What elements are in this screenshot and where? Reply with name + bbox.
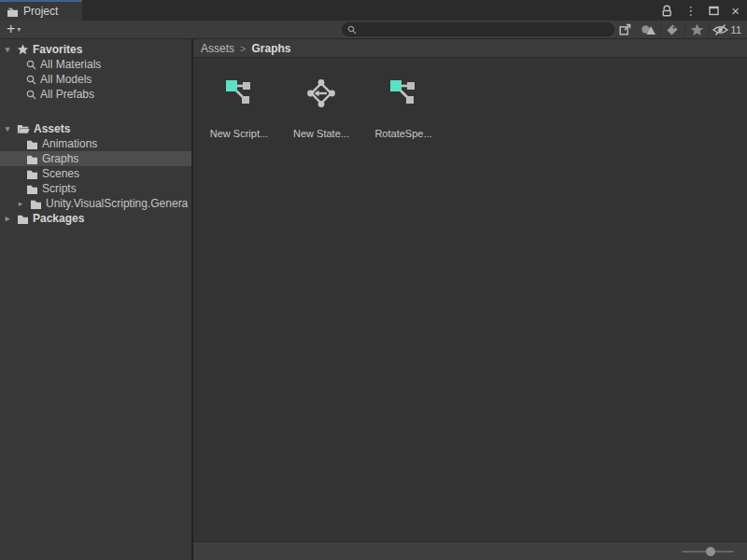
sidebar-section-packages[interactable]: ▸ Packages bbox=[0, 211, 191, 226]
expander-icon[interactable]: ▸ bbox=[15, 199, 26, 208]
expander-icon[interactable]: ▸ bbox=[2, 214, 13, 223]
folder-icon bbox=[26, 169, 38, 179]
asset-label: RotateSpe... bbox=[374, 128, 431, 139]
tab-project[interactable]: Project bbox=[0, 0, 82, 21]
sidebar-section-assets[interactable]: ▾ Assets bbox=[0, 121, 191, 136]
breadcrumb-root[interactable]: Assets bbox=[201, 42, 234, 55]
zoom-slider-knob[interactable] bbox=[706, 547, 715, 556]
footer-bar bbox=[193, 541, 747, 560]
search-icon bbox=[26, 75, 36, 85]
asset-item-new-script[interactable]: New Script... bbox=[203, 77, 275, 139]
maximize-icon[interactable] bbox=[709, 6, 719, 16]
search-icon bbox=[347, 25, 357, 35]
folder-icon bbox=[7, 7, 19, 17]
close-icon[interactable]: × bbox=[731, 4, 740, 18]
hidden-count-toggle[interactable]: 11 bbox=[710, 23, 747, 36]
search-icon bbox=[26, 90, 36, 100]
sidebar-item-unity-visualscripting[interactable]: ▸ Unity.VisualScripting.Genera bbox=[0, 196, 191, 211]
sidebar-item-label: Unity.VisualScripting.Genera bbox=[46, 197, 188, 210]
asset-browser-content: Assets > Graphs New Script bbox=[193, 39, 747, 560]
search-field[interactable] bbox=[342, 22, 614, 36]
folder-icon bbox=[26, 154, 38, 164]
search-expand-icon[interactable] bbox=[614, 22, 637, 36]
sidebar-item-label: Scenes bbox=[42, 167, 79, 180]
sidebar-item-label: Favorites bbox=[33, 43, 82, 56]
asset-item-rotatespe[interactable]: RotateSpe... bbox=[367, 77, 440, 139]
sidebar-item-label: Animations bbox=[42, 137, 97, 150]
breadcrumb-separator-icon: > bbox=[240, 43, 246, 54]
unlock-icon[interactable] bbox=[661, 5, 672, 17]
sidebar-item-all-prefabs[interactable]: All Prefabs bbox=[0, 87, 191, 102]
kebab-menu-icon[interactable]: ⋮ bbox=[684, 5, 697, 17]
window-controls: ⋮ × bbox=[661, 0, 747, 21]
chevron-down-icon: ▾ bbox=[17, 25, 21, 34]
toolbar: + ▾ 11 bbox=[0, 21, 747, 39]
sidebar-item-label: All Materials bbox=[40, 58, 101, 71]
hidden-count: 11 bbox=[731, 24, 741, 35]
breadcrumb-current[interactable]: Graphs bbox=[251, 42, 290, 55]
eye-slash-icon bbox=[712, 23, 729, 36]
sidebar-section-favorites[interactable]: ▾ Favorites bbox=[0, 42, 191, 57]
sidebar-item-animations[interactable]: Animations bbox=[0, 136, 191, 151]
sidebar-item-label: All Prefabs bbox=[40, 88, 94, 101]
sidebar-item-all-models[interactable]: All Models bbox=[0, 72, 191, 87]
folder-icon bbox=[26, 184, 38, 194]
sidebar-item-label: All Models bbox=[40, 73, 92, 86]
favorite-search-star-icon[interactable] bbox=[685, 21, 709, 39]
sidebar-item-all-materials[interactable]: All Materials bbox=[0, 57, 191, 72]
sidebar-item-scenes[interactable]: Scenes bbox=[0, 166, 191, 181]
expander-icon[interactable]: ▾ bbox=[2, 45, 13, 54]
state-graph-icon bbox=[305, 77, 337, 109]
sidebar-item-label: Graphs bbox=[42, 152, 78, 165]
project-tree-sidebar: ▾ Favorites All Materials All Models bbox=[0, 39, 193, 560]
asset-item-new-state[interactable]: New State... bbox=[285, 77, 358, 139]
filter-by-label-icon[interactable] bbox=[661, 21, 684, 39]
star-icon bbox=[17, 44, 29, 55]
search-input[interactable] bbox=[360, 24, 609, 35]
zoom-slider[interactable] bbox=[682, 551, 734, 553]
folder-icon bbox=[26, 139, 38, 149]
script-graph-icon bbox=[388, 77, 419, 109]
sidebar-item-label: Assets bbox=[34, 122, 70, 135]
project-window: Project ⋮ × + ▾ bbox=[0, 0, 747, 560]
create-asset-button[interactable]: + ▾ bbox=[0, 23, 27, 36]
folder-open-icon bbox=[17, 123, 30, 134]
folder-icon bbox=[30, 199, 42, 209]
sidebar-item-label: Packages bbox=[33, 212, 84, 225]
script-graph-icon bbox=[223, 77, 255, 109]
plus-icon: + bbox=[7, 21, 15, 36]
sidebar-item-scripts[interactable]: Scripts bbox=[0, 181, 191, 196]
tab-title: Project bbox=[23, 5, 58, 18]
breadcrumb: Assets > Graphs bbox=[193, 39, 747, 58]
sidebar-item-label: Scripts bbox=[42, 182, 77, 195]
asset-grid: New Script... New bbox=[193, 58, 747, 541]
tab-bar: Project ⋮ × bbox=[0, 0, 747, 21]
asset-label: New Script... bbox=[210, 128, 268, 139]
asset-label: New State... bbox=[293, 128, 349, 139]
folder-icon bbox=[17, 214, 29, 224]
filter-by-type-icon[interactable] bbox=[637, 21, 660, 39]
expander-icon[interactable]: ▾ bbox=[2, 124, 13, 133]
search-icon bbox=[26, 60, 36, 70]
sidebar-item-graphs[interactable]: Graphs bbox=[0, 151, 191, 166]
